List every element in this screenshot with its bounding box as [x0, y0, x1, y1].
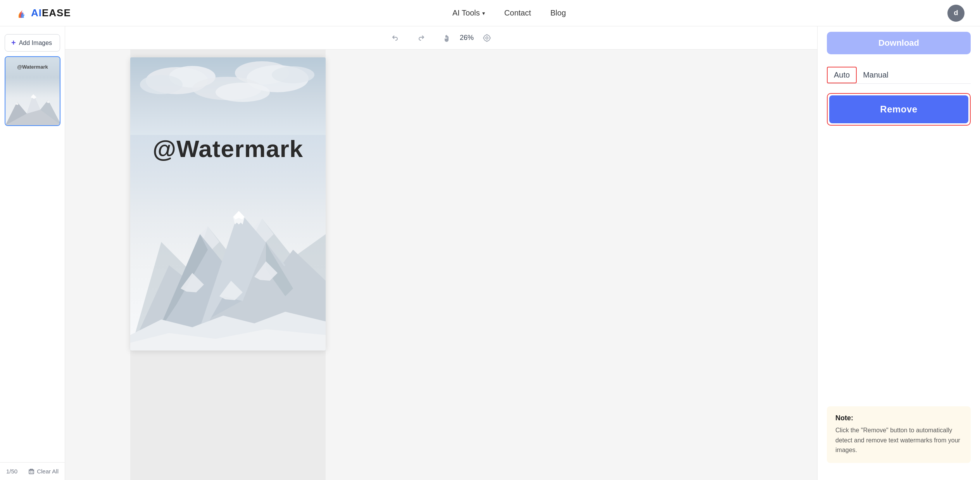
sky-clouds-svg	[130, 57, 326, 135]
redo-icon	[416, 33, 426, 43]
mode-tabs: Auto Manual	[827, 67, 971, 84]
bottom-bar: 1/50 Clear All	[0, 462, 65, 480]
download-button[interactable]: Download	[827, 32, 971, 54]
plus-icon: +	[11, 38, 16, 47]
note-title: Note:	[835, 414, 962, 422]
svg-marker-4	[31, 94, 36, 99]
toolbar: 26%	[65, 26, 817, 50]
navbar: AIEASE AI Tools ▾ Contact Blog d	[0, 0, 980, 26]
watermark-text: @Watermark	[153, 135, 304, 162]
logo-flame-icon	[16, 7, 28, 19]
nav-contact[interactable]: Contact	[504, 9, 531, 17]
logo[interactable]: AIEASE	[16, 7, 71, 19]
thumbnail-watermark-label: @Watermark	[17, 64, 48, 70]
hand-tool-button[interactable]	[440, 31, 454, 45]
image-canvas: @Watermark	[130, 57, 326, 351]
svg-rect-7	[29, 470, 34, 474]
svg-point-19	[140, 75, 183, 94]
undo-icon	[391, 33, 400, 43]
canvas-mountain-svg	[130, 149, 326, 351]
left-sidebar: + Add Images @Watermark	[0, 26, 65, 480]
clear-all-button[interactable]: Clear All	[28, 468, 59, 475]
thumbnail-canvas: @Watermark	[5, 57, 60, 125]
image-count: 1/50	[6, 468, 17, 475]
svg-point-10	[484, 35, 490, 41]
undo-button[interactable]	[388, 31, 402, 45]
zoom-area: 26%	[440, 31, 494, 45]
trash-icon	[28, 468, 35, 475]
nav-right: d	[947, 5, 964, 22]
thumbnail-mountain-svg	[5, 83, 60, 125]
target-icon	[482, 33, 492, 43]
chevron-down-icon: ▾	[482, 10, 485, 16]
note-box: Note: Click the "Remove" button to autom…	[827, 406, 971, 463]
tab-auto[interactable]: Auto	[827, 67, 857, 83]
svg-point-22	[272, 66, 314, 83]
logo-text: AIEASE	[31, 7, 71, 19]
nav-blog[interactable]: Blog	[550, 9, 566, 17]
nav-ai-tools[interactable]: AI Tools ▾	[452, 9, 485, 17]
redo-button[interactable]	[414, 31, 428, 45]
right-panel: Download Auto Manual Remove Note: Click …	[817, 26, 980, 480]
remove-button[interactable]: Remove	[829, 95, 968, 123]
remove-button-wrapper: Remove	[827, 93, 971, 126]
download-container: Download	[827, 32, 971, 54]
target-button[interactable]	[480, 31, 494, 45]
zoom-percentage: 26%	[460, 34, 474, 42]
note-text: Click the "Remove" button to automatical…	[835, 425, 962, 455]
svg-point-11	[486, 37, 488, 39]
image-thumbnail[interactable]: @Watermark	[5, 56, 60, 126]
avatar[interactable]: d	[947, 5, 964, 22]
hand-icon	[442, 33, 451, 43]
tab-manual[interactable]: Manual	[857, 67, 895, 83]
svg-point-24	[216, 83, 270, 102]
canvas-background: @Watermark	[130, 57, 326, 351]
main-layout: + Add Images @Watermark 1/50	[0, 0, 980, 480]
add-images-button[interactable]: + Add Images	[5, 34, 60, 52]
canvas-area: @Watermark	[130, 26, 326, 480]
nav-links: AI Tools ▾ Contact Blog	[452, 9, 566, 17]
